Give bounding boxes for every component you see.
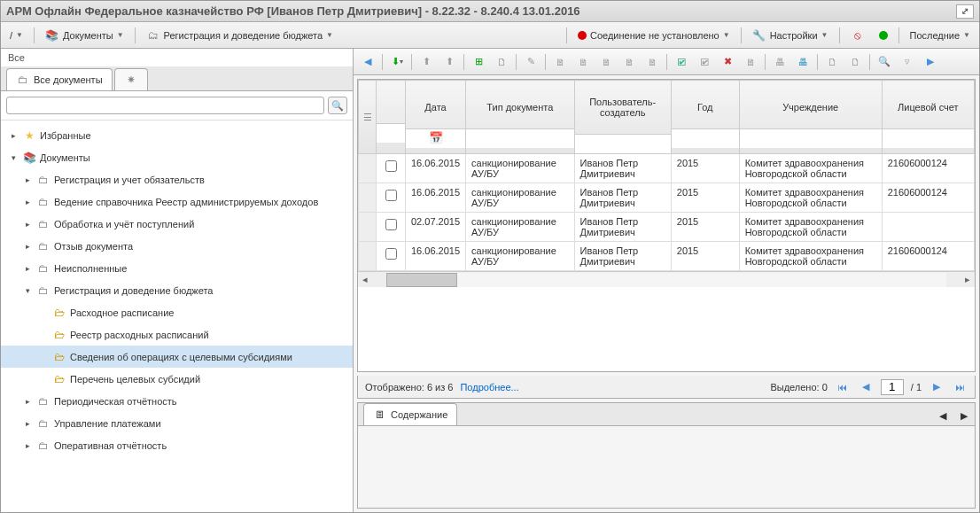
nav-prev-button[interactable]: ◀: [357, 52, 378, 72]
filter-account[interactable]: [884, 131, 972, 147]
doc-a-button[interactable]: 🗎: [549, 52, 571, 72]
sidebar-search-button[interactable]: 🔍: [328, 97, 347, 114]
new-doc-button[interactable]: ⊞: [468, 52, 489, 72]
upload-copy-button[interactable]: ⬆: [439, 52, 460, 72]
print-button[interactable]: 🖶: [769, 52, 790, 72]
status-selected: Выделено: 0: [770, 382, 827, 393]
tree-periodic-reports[interactable]: ▸ 🗀 Периодическая отчётность: [1, 390, 353, 412]
doc-lookup-button[interactable]: 🗎: [740, 52, 761, 72]
scroll-left-icon[interactable]: ◂: [358, 273, 372, 287]
tree-expense-schedule[interactable]: 🗁 Расходное расписание: [1, 301, 353, 323]
scroll-right-icon[interactable]: ▸: [961, 273, 975, 287]
row-checkbox[interactable]: [385, 219, 397, 230]
sidebar-search-input[interactable]: [6, 97, 324, 114]
row-checkbox[interactable]: [385, 190, 397, 201]
tree-target-subsidies[interactable]: 🗁 Сведения об операциях с целевыми субси…: [1, 346, 353, 368]
separator: [382, 54, 383, 70]
col-doctype[interactable]: Тип документа: [466, 86, 573, 128]
download-button[interactable]: ⬇▾: [386, 52, 408, 72]
col-year[interactable]: Год: [672, 86, 739, 128]
tab-all-documents[interactable]: 🗀 Все документы: [6, 68, 113, 90]
row-checkbox[interactable]: [385, 248, 397, 260]
tree-payment-mgmt[interactable]: ▸ 🗀 Управление платежами: [1, 412, 353, 434]
doc-b-button[interactable]: 🗎: [572, 52, 594, 72]
tree-documents[interactable]: ▾ 📚 Документы: [1, 146, 353, 168]
tree-label: Ведение справочника Реестр администрируе…: [54, 197, 318, 207]
document-icon: 🗎: [602, 57, 611, 67]
separator: [817, 54, 818, 70]
approve-all-button[interactable]: 🗹: [694, 52, 715, 72]
approve-button[interactable]: 🗹: [671, 52, 692, 72]
filter-creator[interactable]: [577, 136, 669, 152]
check-doc-icon: 🗹: [677, 57, 687, 67]
menu-documents[interactable]: 📚 Документы ▼: [40, 27, 129, 44]
calendar-icon[interactable]: 📅: [429, 131, 443, 144]
tree-subsidies-list[interactable]: 🗁 Перечень целевых субсидий: [1, 368, 353, 390]
menu-registration[interactable]: 🗂 Регистрация и доведение бюджета ▼: [141, 27, 338, 44]
tab-content[interactable]: 🗏 Содержание: [363, 403, 457, 425]
scrollbar-thumb[interactable]: [386, 273, 457, 287]
attach-button[interactable]: 🗋: [491, 52, 512, 72]
doc-d-button[interactable]: 🗎: [618, 52, 640, 72]
export-a-button[interactable]: 🗋: [821, 52, 843, 72]
col-creator[interactable]: Пользователь-создатель: [575, 81, 671, 134]
delete-button[interactable]: ✖: [717, 52, 738, 72]
pager-first[interactable]: ⏮: [835, 379, 851, 395]
status-more-link[interactable]: Подробнее...: [460, 382, 518, 393]
no-entry-button[interactable]: ⦸: [845, 27, 870, 44]
table-row[interactable]: 16.06.2015санкционирование АУ/БУИванов П…: [359, 154, 975, 183]
doc-c-button[interactable]: 🗎: [595, 52, 617, 72]
col-institution[interactable]: Учреждение: [740, 86, 882, 128]
connection-status[interactable]: Соединение не установлено ▼: [572, 28, 735, 43]
detail-prev-button[interactable]: ◀: [932, 406, 953, 425]
tree-ref-registry[interactable]: ▸ 🗀 Ведение справочника Реестр администр…: [1, 190, 353, 213]
tree-processing[interactable]: ▸ 🗀 Обработка и учёт поступлений: [1, 213, 353, 235]
expand-icon: ▸: [22, 441, 33, 450]
tree-reg-budget[interactable]: ▾ 🗀 Регистрация и доведение бюджета: [1, 279, 353, 301]
edit-button[interactable]: ✎: [520, 52, 541, 72]
dropdown-blank[interactable]: / ▼: [4, 28, 28, 43]
tree-label: Сведения об операциях с целевыми субсиди…: [70, 352, 292, 362]
table-row[interactable]: 02.07.2015санкционирование АУ/БУИванов П…: [359, 213, 975, 242]
tab-settings[interactable]: ✷: [114, 68, 148, 90]
menu-recent[interactable]: Последние ▼: [905, 28, 976, 43]
search-grid-button[interactable]: 🔍: [874, 52, 895, 72]
table-row[interactable]: 16.06.2015санкционирование АУ/БУИванов П…: [359, 242, 975, 271]
col-account[interactable]: Лицевой счет: [883, 86, 974, 128]
col-date[interactable]: Дата: [406, 86, 465, 128]
pager-next[interactable]: ▶: [929, 379, 945, 395]
upload-button[interactable]: ⬆: [416, 52, 437, 72]
print-icon: 🖶: [775, 57, 785, 67]
grid-h-scrollbar[interactable]: ◂ ▸: [358, 271, 975, 287]
filter-funnel-icon[interactable]: ☰: [363, 112, 372, 122]
pager-last[interactable]: ⏭: [952, 379, 968, 395]
export-b-button[interactable]: 🗋: [844, 52, 866, 72]
row-handle: [359, 213, 377, 242]
tree-operative-reports[interactable]: ▸ 🗀 Оперативная отчётность: [1, 434, 353, 456]
tree-registry-schedules[interactable]: 🗁 Реестр расходных расписаний: [1, 323, 353, 346]
doc-e-button[interactable]: 🗎: [642, 52, 663, 72]
separator: [34, 27, 35, 43]
nav-next-button[interactable]: ▶: [920, 52, 941, 72]
sync-button[interactable]: [874, 29, 893, 42]
detail-tabs: 🗏 Содержание ◀ ▶: [358, 403, 975, 426]
menu-settings[interactable]: 🔧 Настройки ▼: [747, 27, 834, 44]
cell-account: 21606000124: [882, 242, 974, 271]
detail-next-button[interactable]: ▶: [953, 406, 975, 425]
tree-reg-accounting[interactable]: ▸ 🗀 Регистрация и учет обязательств: [1, 168, 353, 190]
export-icon: 🗋: [851, 57, 860, 67]
print-preview-button[interactable]: 🖶: [792, 52, 813, 72]
pager-prev[interactable]: ◀: [858, 379, 874, 395]
filter-doctype[interactable]: [468, 131, 572, 147]
tree-unexecuted[interactable]: ▸ 🗀 Неисполненные: [1, 257, 353, 279]
row-checkbox[interactable]: [385, 160, 397, 172]
filter-year[interactable]: [673, 131, 737, 147]
tree-favorites[interactable]: ▸ ★ Избранные: [1, 124, 353, 146]
filter-institution[interactable]: [742, 131, 880, 147]
documents-icon: 📚: [22, 151, 36, 165]
filter-button[interactable]: ▿: [897, 52, 918, 72]
tree-recall[interactable]: ▸ 🗀 Отзыв документа: [1, 235, 353, 257]
expand-button[interactable]: ⤢: [956, 4, 974, 19]
table-row[interactable]: 16.06.2015санкционирование АУ/БУИванов П…: [359, 183, 975, 213]
pager-page-input[interactable]: [881, 379, 904, 395]
